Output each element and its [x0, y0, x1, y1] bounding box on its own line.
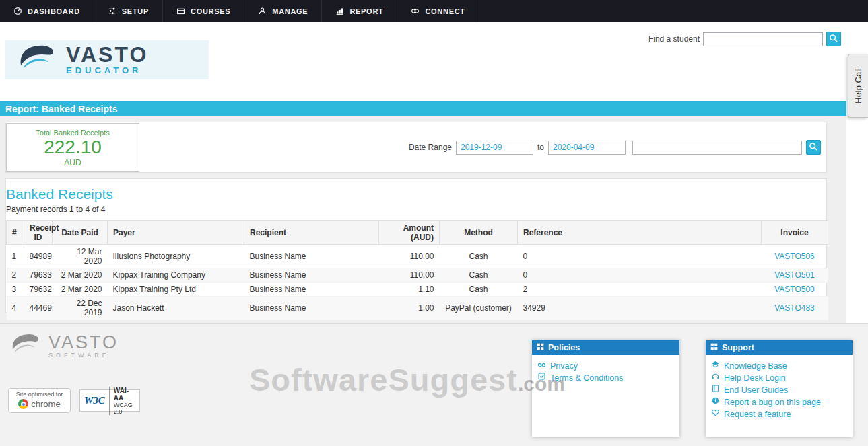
- table-row: 1 84989 12 Mar 2020 Illusions Photograph…: [7, 245, 828, 268]
- end-user-guides-link-label: End User Guides: [724, 385, 788, 396]
- filter-controls: Date Range to: [409, 140, 821, 155]
- top-nav: DASHBOARD SETUP COURSES MANAGE REPORT: [0, 0, 868, 22]
- col-header-payer: Payer: [108, 221, 244, 245]
- col-header-reference: Reference: [518, 221, 762, 245]
- connect-link-icon: [411, 7, 420, 15]
- cell-reference: 2: [518, 283, 762, 297]
- heart-icon: [711, 408, 720, 420]
- invoice-link[interactable]: VASTO501: [774, 270, 815, 280]
- w3c-logo: W3C: [84, 395, 105, 406]
- wcag-level: WAI-AA: [114, 387, 135, 402]
- cell-invoice: VASTO501: [762, 268, 828, 283]
- banked-receipts-panel: Banked Receipts Payment records 1 to 4 o…: [5, 178, 827, 313]
- cell-recipient: Business Name: [244, 283, 379, 297]
- cell-reference: 34929: [518, 297, 762, 320]
- footer-logo-subtitle: SOFTWARE: [48, 352, 119, 359]
- chrome-icon: [18, 399, 28, 409]
- total-banked-receipts-box: Total Banked Receipts 222.10 AUD: [6, 123, 139, 172]
- cell-reference: 0: [518, 268, 762, 283]
- cell-payer: Jason Hackett: [108, 297, 244, 320]
- terms-conditions-link[interactable]: Terms & Conditions: [537, 372, 674, 384]
- report-chart-icon: [335, 7, 344, 15]
- date-from-input[interactable]: [456, 141, 533, 155]
- grid-icon: [710, 343, 718, 352]
- nav-item-label: CONNECT: [425, 7, 465, 15]
- cell-receipt-id: 44469: [24, 297, 53, 320]
- nav-item-label: DASHBOARD: [28, 7, 80, 15]
- cell-payer: Kippax Training Company: [108, 268, 244, 283]
- cell-method: Cash: [440, 245, 518, 268]
- footer: VASTO SOFTWARE SoftwareSuggest.com Site …: [0, 323, 868, 446]
- date-range-label: Date Range: [409, 143, 452, 152]
- report-search-button[interactable]: [806, 140, 821, 155]
- find-student: Find a student: [648, 32, 841, 46]
- report-title: Report: Banked Receipts: [5, 104, 117, 114]
- search-icon: [829, 34, 838, 45]
- knowledge-base-link[interactable]: Knowledge Base: [711, 360, 847, 372]
- footer-logo-text: VASTO SOFTWARE: [48, 334, 119, 359]
- policies-title: Policies: [548, 343, 580, 352]
- col-header-invoice: Invoice: [762, 221, 828, 245]
- privacy-link[interactable]: Privacy: [537, 360, 674, 372]
- invoice-link[interactable]: VASTO500: [774, 285, 815, 294]
- nav-item-label: COURSES: [191, 7, 230, 15]
- help-desk-login-link[interactable]: Help Desk Login: [711, 372, 847, 384]
- invoice-link[interactable]: VASTO483: [774, 303, 815, 313]
- search-icon: [809, 142, 818, 153]
- cell-amount: 1.00: [379, 297, 440, 320]
- col-header-method: Method: [440, 221, 518, 245]
- find-student-input[interactable]: [703, 32, 823, 46]
- logo-text: VASTO EDUCATOR: [66, 44, 148, 75]
- cell-date-paid: 12 Mar 2020: [53, 245, 108, 268]
- nav-item-courses[interactable]: COURSES: [163, 0, 244, 22]
- cell-receipt-id: 79633: [24, 268, 53, 283]
- privacy-link-label: Privacy: [550, 361, 578, 372]
- end-user-guides-link[interactable]: End User Guides: [711, 384, 847, 396]
- watermark-main: SoftwareSuggest: [249, 362, 518, 398]
- cell-receipt-id: 79632: [24, 283, 53, 297]
- report-search-input[interactable]: [632, 141, 802, 155]
- help-call-tab[interactable]: Help Call: [848, 54, 868, 118]
- main-content: Total Banked Receipts 222.10 AUD Date Ra…: [0, 116, 846, 323]
- nav-item-label: MANAGE: [272, 7, 308, 15]
- request-feature-link[interactable]: Request a feature: [711, 408, 847, 420]
- nav-item-manage[interactable]: MANAGE: [244, 0, 322, 22]
- nav-item-label: REPORT: [349, 7, 383, 15]
- vasto-educator-logo[interactable]: VASTO EDUCATOR: [5, 40, 209, 79]
- nav-item-connect[interactable]: CONNECT: [397, 0, 479, 22]
- policies-box: Policies Privacy Terms & Conditions: [532, 340, 679, 437]
- chrome-optimised-badge: Site optimised for chrome: [8, 388, 71, 413]
- invoice-link[interactable]: VASTO506: [774, 252, 815, 261]
- support-title: Support: [722, 343, 754, 352]
- cell-receipt-id: 84989: [24, 245, 53, 268]
- book-icon: [711, 384, 720, 396]
- graduation-cap-icon: [711, 360, 720, 372]
- report-bug-link[interactable]: Report a bug on this page: [711, 396, 847, 408]
- wcag-badge: W3C WAI-AA WCAG 2.0: [79, 389, 140, 412]
- footer-logo-title: VASTO: [48, 334, 119, 351]
- chrome-badge-caption: Site optimised for: [9, 391, 70, 398]
- summary-value: 222.10: [7, 137, 139, 158]
- terms-conditions-link-label: Terms & Conditions: [550, 373, 623, 384]
- vasto-swoosh-icon: [15, 43, 59, 77]
- support-header: Support: [706, 340, 853, 355]
- filters-panel: Total Banked Receipts 222.10 AUD Date Ra…: [5, 122, 827, 173]
- support-box: Support Knowledge Base Help Desk Login: [706, 340, 853, 437]
- cell-amount: 110.00: [379, 268, 440, 283]
- col-header-num: #: [7, 221, 24, 245]
- table-row: 4 44469 22 Dec 2019 Jason Hackett Busine…: [7, 297, 828, 320]
- logo-title: VASTO: [66, 44, 148, 65]
- manage-person-icon: [258, 7, 267, 15]
- nav-item-report[interactable]: REPORT: [322, 0, 397, 22]
- nav-item-setup[interactable]: SETUP: [94, 0, 163, 22]
- info-circle-icon: [711, 396, 720, 408]
- date-to-input[interactable]: [548, 141, 626, 155]
- cell-amount: 110.00: [379, 245, 440, 268]
- find-student-search-button[interactable]: [826, 32, 841, 46]
- logo-subtitle: EDUCATOR: [66, 65, 148, 75]
- summary-label: Total Banked Receipts: [7, 128, 139, 137]
- summary-currency: AUD: [7, 158, 139, 168]
- softwaresuggest-watermark: SoftwareSuggest.com: [249, 361, 565, 398]
- nav-item-dashboard[interactable]: DASHBOARD: [0, 0, 94, 22]
- cell-recipient: Business Name: [244, 245, 379, 268]
